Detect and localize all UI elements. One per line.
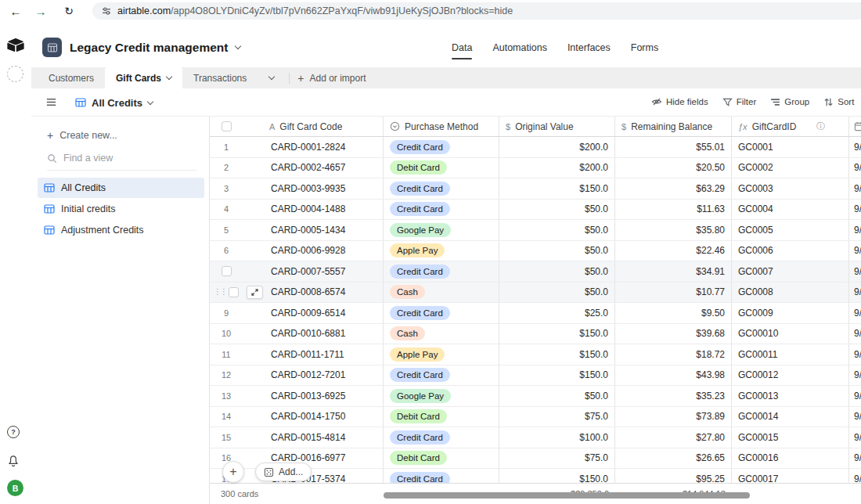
notifications-bell-icon[interactable] <box>7 455 20 467</box>
cell-gift-card-code[interactable]: CARD-0012-7201 <box>243 365 384 386</box>
cell-giftcardid[interactable]: GC00013 <box>732 386 849 406</box>
cell-date[interactable]: 9/ <box>849 137 861 157</box>
cell-original-value[interactable]: $50.0 <box>499 386 615 406</box>
cell-purchase-method[interactable]: Cash <box>384 283 499 303</box>
nav-interfaces[interactable]: Interfaces <box>567 42 611 53</box>
cell-giftcardid[interactable]: GC0006 <box>732 241 849 261</box>
view-sidebar-toggle-icon[interactable] <box>45 96 57 108</box>
add-record-button[interactable]: + <box>222 461 244 483</box>
browser-back-icon[interactable]: ← <box>6 2 25 20</box>
nav-data[interactable]: Data <box>452 42 472 53</box>
cell-date[interactable]: 9/ <box>849 427 861 448</box>
cell-date[interactable]: 9/ <box>849 200 861 220</box>
cell-giftcardid[interactable]: GC0008 <box>732 283 849 303</box>
filter-button[interactable]: Filter <box>719 95 760 109</box>
cell-purchase-method[interactable]: Credit Card <box>384 137 499 157</box>
cell-gift-card-code[interactable]: CARD-0011-1711 <box>243 344 384 365</box>
cell-remaining-balance[interactable]: $11.63 <box>615 200 732 220</box>
view-switcher-button[interactable]: All Credits <box>70 94 157 111</box>
cell-remaining-balance[interactable]: $63.29 <box>615 178 732 199</box>
cell-remaining-balance[interactable]: $35.23 <box>615 386 732 406</box>
cell-date[interactable]: 9/ <box>849 241 861 261</box>
cell-giftcardid[interactable]: GC00015 <box>732 427 849 448</box>
cell-original-value[interactable]: $50.0 <box>499 220 615 240</box>
cell-remaining-balance[interactable]: $26.65 <box>615 448 732 469</box>
cell-remaining-balance[interactable]: $43.98 <box>615 365 732 386</box>
cell-original-value[interactable]: $150.0 <box>499 365 615 386</box>
cell-original-value[interactable]: $50.0 <box>499 200 615 220</box>
cell-purchase-method[interactable]: Google Pay <box>384 386 499 406</box>
cell-remaining-balance[interactable]: $95.25 <box>615 469 732 483</box>
cell-original-value[interactable]: $50.0 <box>499 241 615 261</box>
cell-purchase-method[interactable]: Credit Card <box>384 365 499 386</box>
cell-date[interactable]: 9/ <box>849 469 861 483</box>
cell-date[interactable]: 9/ <box>849 448 861 469</box>
cell-gift-card-code[interactable]: CARD-0008-6574 <box>243 283 384 303</box>
cell-date[interactable]: 9/ <box>849 386 861 406</box>
cell-purchase-method[interactable]: Debit Card <box>384 448 499 469</box>
cell-gift-card-code[interactable]: CARD-0015-4814 <box>243 427 384 448</box>
sort-button[interactable]: Sort <box>820 95 857 109</box>
cell-original-value[interactable]: $150.0 <box>499 469 615 483</box>
browser-forward-icon[interactable]: → <box>31 2 50 20</box>
cell-date[interactable]: 9/ <box>849 283 861 303</box>
cell-original-value[interactable]: $75.0 <box>499 407 615 427</box>
cell-gift-card-code[interactable]: CARD-0003-9935 <box>243 178 384 199</box>
select-all-cell[interactable] <box>210 117 243 136</box>
tab-gift-cards[interactable]: Gift Cards <box>105 67 182 88</box>
hide-fields-button[interactable]: Hide fields <box>648 95 711 109</box>
row-checkbox[interactable] <box>229 287 239 297</box>
sidebar-view-all-credits[interactable]: All Credits <box>38 178 204 198</box>
cell-remaining-balance[interactable]: $34.91 <box>615 261 732 282</box>
nav-forms[interactable]: Forms <box>631 42 658 53</box>
cell-original-value[interactable]: $50.0 <box>499 261 615 282</box>
drag-handle-icon[interactable]: ⋮⋮ <box>214 288 226 296</box>
cell-remaining-balance[interactable]: $10.77 <box>615 283 732 303</box>
cell-remaining-balance[interactable]: $35.80 <box>615 220 732 240</box>
cell-date[interactable]: 9/ <box>849 365 861 386</box>
horizontal-scrollbar[interactable] <box>384 492 750 499</box>
cell-original-value[interactable]: $25.0 <box>499 303 615 323</box>
cell-gift-card-code[interactable]: CARD-0014-1750 <box>243 407 384 427</box>
column-header-gift-card-code[interactable]: A Gift Card Code <box>243 117 384 136</box>
cell-giftcardid[interactable]: GC00017 <box>732 469 849 483</box>
sidebar-view-adjustment-credits[interactable]: Adjustment Credits <box>38 220 204 240</box>
browser-reload-icon[interactable]: ↻ <box>59 2 78 20</box>
cell-date[interactable]: 9/ <box>849 324 861 344</box>
cell-date[interactable]: 9/ <box>849 158 861 178</box>
cell-original-value[interactable]: $100.0 <box>499 427 615 448</box>
cell-purchase-method[interactable]: Debit Card <box>384 158 499 178</box>
cell-purchase-method[interactable]: Debit Card <box>384 407 499 427</box>
cell-giftcardid[interactable]: GC00012 <box>732 365 849 386</box>
cell-giftcardid[interactable]: GC0004 <box>732 200 849 220</box>
cell-giftcardid[interactable]: GC00011 <box>732 344 849 365</box>
tab-overflow-chevron-icon[interactable] <box>262 67 281 88</box>
cell-purchase-method[interactable]: Credit Card <box>384 261 499 282</box>
cell-original-value[interactable]: $200.0 <box>499 158 615 178</box>
cell-original-value[interactable]: $150.0 <box>499 344 615 365</box>
cell-gift-card-code[interactable]: CARD-0002-4657 <box>243 158 384 178</box>
cell-original-value[interactable]: $150.0 <box>499 324 615 344</box>
column-header-purchase-method[interactable]: Purchase Method <box>384 117 499 136</box>
cell-giftcardid[interactable]: GC0005 <box>732 220 849 240</box>
column-header-original-value[interactable]: $ Original Value <box>499 117 615 136</box>
cell-gift-card-code[interactable]: CARD-0006-9928 <box>243 241 384 261</box>
info-icon[interactable]: ⓘ <box>816 121 825 132</box>
cell-gift-card-code[interactable]: CARD-0007-5557 <box>243 261 384 282</box>
cell-remaining-balance[interactable]: $9.50 <box>615 303 732 323</box>
cell-gift-card-code[interactable]: CARD-0009-6514 <box>243 303 384 323</box>
column-header-giftcardid[interactable]: ƒx GiftCardID ⓘ <box>732 117 849 136</box>
base-title-button[interactable]: Legacy Credit management <box>42 38 240 57</box>
column-header-date[interactable] <box>849 117 861 136</box>
cell-purchase-method[interactable]: Credit Card <box>384 303 499 323</box>
select-all-checkbox[interactable] <box>222 121 232 131</box>
cell-giftcardid[interactable]: GC0003 <box>732 178 849 199</box>
cell-date[interactable]: 9/ <box>849 178 861 199</box>
add-or-import-button[interactable]: + Add or import <box>297 73 366 84</box>
airtable-logo-icon[interactable] <box>7 38 24 52</box>
cell-purchase-method[interactable]: Credit Card <box>384 178 499 199</box>
expand-record-button[interactable] <box>247 286 263 299</box>
group-button[interactable]: Group <box>767 95 812 109</box>
nav-automations[interactable]: Automations <box>492 42 546 53</box>
cell-date[interactable]: 9/ <box>849 303 861 323</box>
